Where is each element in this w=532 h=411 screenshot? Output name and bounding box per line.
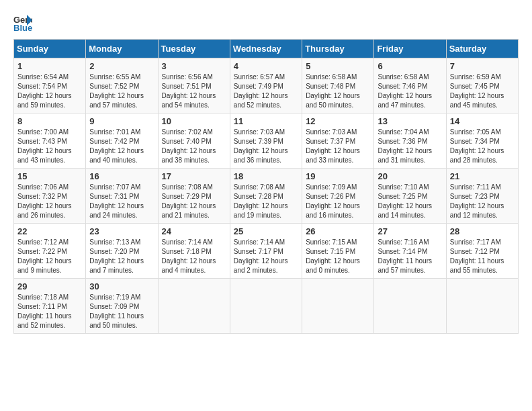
calendar-cell: 13 Sunrise: 7:04 AMSunset: 7:36 PMDaylig… <box>374 113 446 169</box>
day-number: 12 <box>306 116 370 126</box>
calendar-cell: 4 Sunrise: 6:57 AMSunset: 7:49 PMDayligh… <box>230 58 302 113</box>
cell-text: Sunrise: 6:59 AMSunset: 7:45 PMDaylight:… <box>450 73 504 109</box>
calendar-cell: 19 Sunrise: 7:09 AMSunset: 7:26 PMDaylig… <box>302 169 374 224</box>
calendar-cell: 9 Sunrise: 7:01 AMSunset: 7:42 PMDayligh… <box>86 113 158 169</box>
day-number: 23 <box>89 226 154 236</box>
calendar-cell: 2 Sunrise: 6:55 AMSunset: 7:52 PMDayligh… <box>86 58 158 113</box>
calendar-cell: 11 Sunrise: 7:03 AMSunset: 7:39 PMDaylig… <box>230 113 302 169</box>
calendar-cell: 17 Sunrise: 7:08 AMSunset: 7:29 PMDaylig… <box>158 169 230 224</box>
day-number: 10 <box>162 116 226 126</box>
calendar-cell: 26 Sunrise: 7:15 AMSunset: 7:15 PMDaylig… <box>302 224 374 279</box>
header-cell-wednesday: Wednesday <box>230 40 302 58</box>
calendar-cell <box>302 279 374 334</box>
calendar-cell: 27 Sunrise: 7:16 AMSunset: 7:14 PMDaylig… <box>374 224 446 279</box>
calendar-cell: 15 Sunrise: 7:06 AMSunset: 7:32 PMDaylig… <box>14 169 86 224</box>
day-number: 4 <box>234 61 298 71</box>
calendar-cell <box>158 279 230 334</box>
day-number: 29 <box>17 281 82 291</box>
calendar-table: SundayMondayTuesdayWednesdayThursdayFrid… <box>13 39 519 334</box>
cell-text: Sunrise: 7:05 AMSunset: 7:34 PMDaylight:… <box>450 128 504 164</box>
day-number: 7 <box>450 61 515 71</box>
day-number: 16 <box>89 171 154 181</box>
calendar-cell: 18 Sunrise: 7:08 AMSunset: 7:28 PMDaylig… <box>230 169 302 224</box>
calendar-header-row: SundayMondayTuesdayWednesdayThursdayFrid… <box>14 40 519 58</box>
calendar-cell: 28 Sunrise: 7:17 AMSunset: 7:12 PMDaylig… <box>446 224 518 279</box>
calendar-cell <box>230 279 302 334</box>
calendar-cell: 24 Sunrise: 7:14 AMSunset: 7:18 PMDaylig… <box>158 224 230 279</box>
calendar-cell: 14 Sunrise: 7:05 AMSunset: 7:34 PMDaylig… <box>446 113 518 169</box>
day-number: 28 <box>450 226 515 236</box>
header-cell-sunday: Sunday <box>14 40 86 58</box>
header-cell-saturday: Saturday <box>446 40 518 58</box>
cell-text: Sunrise: 7:19 AMSunset: 7:09 PMDaylight:… <box>89 293 144 329</box>
calendar-week-row: 8 Sunrise: 7:00 AMSunset: 7:43 PMDayligh… <box>14 113 519 169</box>
calendar-cell: 1 Sunrise: 6:54 AMSunset: 7:54 PMDayligh… <box>14 58 86 113</box>
day-number: 20 <box>378 171 442 181</box>
calendar-cell: 5 Sunrise: 6:58 AMSunset: 7:48 PMDayligh… <box>302 58 374 113</box>
calendar-cell: 22 Sunrise: 7:12 AMSunset: 7:22 PMDaylig… <box>14 224 86 279</box>
cell-text: Sunrise: 7:15 AMSunset: 7:15 PMDaylight:… <box>306 238 360 274</box>
header: General Blue <box>13 13 519 32</box>
calendar-cell: 16 Sunrise: 7:07 AMSunset: 7:31 PMDaylig… <box>86 169 158 224</box>
calendar-cell: 8 Sunrise: 7:00 AMSunset: 7:43 PMDayligh… <box>14 113 86 169</box>
cell-text: Sunrise: 6:54 AMSunset: 7:54 PMDaylight:… <box>17 73 72 109</box>
cell-text: Sunrise: 7:00 AMSunset: 7:43 PMDaylight:… <box>17 128 72 164</box>
cell-text: Sunrise: 7:14 AMSunset: 7:18 PMDaylight:… <box>162 238 216 274</box>
calendar-cell: 21 Sunrise: 7:11 AMSunset: 7:23 PMDaylig… <box>446 169 518 224</box>
calendar-cell: 3 Sunrise: 6:56 AMSunset: 7:51 PMDayligh… <box>158 58 230 113</box>
day-number: 26 <box>306 226 370 236</box>
cell-text: Sunrise: 6:58 AMSunset: 7:48 PMDaylight:… <box>306 73 360 109</box>
header-cell-friday: Friday <box>374 40 446 58</box>
day-number: 19 <box>306 171 370 181</box>
cell-text: Sunrise: 7:16 AMSunset: 7:14 PMDaylight:… <box>378 238 432 274</box>
calendar-cell: 10 Sunrise: 7:02 AMSunset: 7:40 PMDaylig… <box>158 113 230 169</box>
day-number: 13 <box>378 116 442 126</box>
cell-text: Sunrise: 7:08 AMSunset: 7:28 PMDaylight:… <box>234 183 288 219</box>
day-number: 30 <box>89 281 154 291</box>
day-number: 21 <box>450 171 515 181</box>
day-number: 18 <box>234 171 298 181</box>
calendar-week-row: 15 Sunrise: 7:06 AMSunset: 7:32 PMDaylig… <box>14 169 519 224</box>
cell-text: Sunrise: 7:04 AMSunset: 7:36 PMDaylight:… <box>378 128 432 164</box>
day-number: 1 <box>17 61 82 71</box>
cell-text: Sunrise: 6:56 AMSunset: 7:51 PMDaylight:… <box>162 73 216 109</box>
cell-text: Sunrise: 7:18 AMSunset: 7:11 PMDaylight:… <box>17 293 72 329</box>
day-number: 15 <box>17 171 82 181</box>
day-number: 8 <box>17 116 82 126</box>
cell-text: Sunrise: 7:01 AMSunset: 7:42 PMDaylight:… <box>89 128 144 164</box>
cell-text: Sunrise: 6:57 AMSunset: 7:49 PMDaylight:… <box>234 73 288 109</box>
day-number: 9 <box>89 116 154 126</box>
cell-text: Sunrise: 7:14 AMSunset: 7:17 PMDaylight:… <box>234 238 288 274</box>
day-number: 14 <box>450 116 515 126</box>
calendar-cell <box>374 279 446 334</box>
calendar-week-row: 29 Sunrise: 7:18 AMSunset: 7:11 PMDaylig… <box>14 279 519 334</box>
calendar-cell: 23 Sunrise: 7:13 AMSunset: 7:20 PMDaylig… <box>86 224 158 279</box>
calendar-cell: 20 Sunrise: 7:10 AMSunset: 7:25 PMDaylig… <box>374 169 446 224</box>
calendar-cell <box>446 279 518 334</box>
cell-text: Sunrise: 7:08 AMSunset: 7:29 PMDaylight:… <box>162 183 216 219</box>
calendar-cell: 12 Sunrise: 7:03 AMSunset: 7:37 PMDaylig… <box>302 113 374 169</box>
cell-text: Sunrise: 7:10 AMSunset: 7:25 PMDaylight:… <box>378 183 432 219</box>
calendar-cell: 6 Sunrise: 6:58 AMSunset: 7:46 PMDayligh… <box>374 58 446 113</box>
cell-text: Sunrise: 7:12 AMSunset: 7:22 PMDaylight:… <box>17 238 72 274</box>
cell-text: Sunrise: 7:07 AMSunset: 7:31 PMDaylight:… <box>89 183 144 219</box>
calendar-week-row: 1 Sunrise: 6:54 AMSunset: 7:54 PMDayligh… <box>14 58 519 113</box>
day-number: 27 <box>378 226 442 236</box>
svg-text:Blue: Blue <box>13 23 32 32</box>
header-cell-tuesday: Tuesday <box>158 40 230 58</box>
day-number: 3 <box>162 61 226 71</box>
day-number: 6 <box>378 61 442 71</box>
cell-text: Sunrise: 7:09 AMSunset: 7:26 PMDaylight:… <box>306 183 360 219</box>
day-number: 11 <box>234 116 298 126</box>
header-cell-monday: Monday <box>86 40 158 58</box>
cell-text: Sunrise: 7:02 AMSunset: 7:40 PMDaylight:… <box>162 128 216 164</box>
header-cell-thursday: Thursday <box>302 40 374 58</box>
cell-text: Sunrise: 7:06 AMSunset: 7:32 PMDaylight:… <box>17 183 72 219</box>
calendar-week-row: 22 Sunrise: 7:12 AMSunset: 7:22 PMDaylig… <box>14 224 519 279</box>
day-number: 5 <box>306 61 370 71</box>
cell-text: Sunrise: 6:58 AMSunset: 7:46 PMDaylight:… <box>378 73 432 109</box>
cell-text: Sunrise: 7:13 AMSunset: 7:20 PMDaylight:… <box>89 238 144 274</box>
logo-icon: General Blue <box>13 13 32 32</box>
logo: General Blue <box>13 13 32 32</box>
cell-text: Sunrise: 6:55 AMSunset: 7:52 PMDaylight:… <box>89 73 144 109</box>
